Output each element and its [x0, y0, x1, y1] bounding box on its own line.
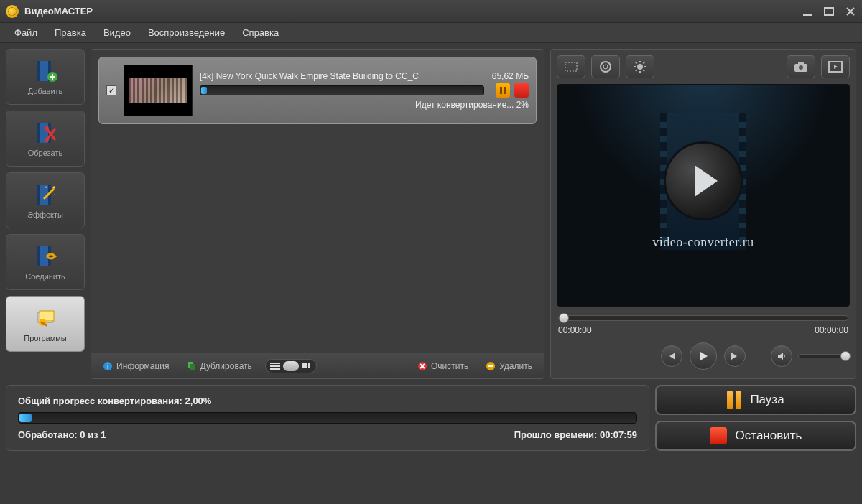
volume-slider[interactable]: [798, 354, 848, 358]
pause-label: Пауза: [750, 393, 784, 407]
aperture-button[interactable]: [591, 55, 620, 78]
camera-icon: [794, 61, 808, 73]
duplicate-button[interactable]: Дублировать: [182, 358, 256, 374]
item-checkbox[interactable]: ✓: [106, 85, 116, 95]
svg-rect-30: [302, 365, 305, 368]
time-current: 00:00:00: [558, 325, 592, 335]
item-stop-button[interactable]: [514, 83, 529, 98]
sidebar-effects-label: Эффекты: [27, 210, 63, 219]
preview-toolbar: [557, 55, 850, 78]
svg-rect-16: [48, 246, 51, 266]
processed-label: Обработано:: [18, 429, 80, 440]
menu-edit[interactable]: Правка: [46, 24, 95, 41]
item-filesize: 65,62 МБ: [492, 71, 529, 81]
play-disc-icon: [664, 141, 743, 220]
svg-rect-15: [37, 246, 40, 266]
overall-progress-bar: [18, 412, 637, 424]
sidebar-programs-label: Программы: [24, 334, 66, 342]
sidebar-effects-button[interactable]: Эффекты: [6, 172, 85, 228]
elapsed-label: Прошло времени:: [514, 429, 600, 440]
svg-rect-28: [305, 363, 307, 365]
view-mode-toggle[interactable]: [265, 359, 317, 373]
window-controls: [802, 6, 856, 17]
svg-rect-1: [825, 8, 833, 15]
sidebar-join-button[interactable]: Соединить: [6, 234, 85, 290]
player-controls: [557, 340, 850, 373]
svg-rect-29: [308, 363, 310, 365]
clear-button[interactable]: Очистить: [413, 358, 473, 374]
overall-progress-panel: Общий прогресс конвертирования: 2,00% Об…: [6, 385, 649, 451]
svg-point-39: [637, 64, 643, 70]
svg-rect-3: [37, 61, 40, 81]
clear-icon: [417, 361, 427, 371]
svg-point-42: [799, 65, 803, 70]
svg-text:i: i: [107, 363, 108, 370]
svg-rect-31: [305, 365, 307, 368]
brightness-icon: [634, 60, 646, 73]
fullscreen-preview-button[interactable]: [821, 55, 850, 78]
item-progress-bar: [200, 85, 484, 95]
volume-handle[interactable]: [840, 351, 851, 361]
prev-button[interactable]: [661, 345, 682, 367]
seek-handle[interactable]: [559, 313, 569, 323]
menu-playback[interactable]: Воспроизведение: [139, 24, 233, 41]
snapshot-button[interactable]: [787, 55, 815, 78]
overall-progress-label: Общий прогресс конвертирования:: [18, 396, 185, 406]
svg-rect-26: [190, 364, 195, 370]
menu-help[interactable]: Справка: [233, 24, 287, 41]
svg-rect-7: [37, 123, 40, 143]
preview-panel: video-converter.ru 00:00:00 00:00:00: [550, 49, 856, 379]
pause-button[interactable]: Пауза: [655, 385, 856, 415]
volume-button[interactable]: [771, 345, 792, 367]
item-thumbnail[interactable]: [124, 65, 193, 116]
sidebar: Добавить Обрезать Эффекты Соединить Прог…: [6, 49, 85, 379]
delete-label: Удалить: [499, 361, 532, 371]
aperture-icon: [599, 60, 612, 73]
play-button[interactable]: [690, 342, 717, 370]
sidebar-trim-button[interactable]: Обрезать: [6, 111, 85, 167]
center-panel: ✓ [4k] New York Quick Walk Empire State …: [91, 49, 544, 379]
pause-icon: [727, 391, 741, 409]
titlebar: ВидеоМАСТЕР: [0, 0, 862, 23]
menu-file[interactable]: Файл: [6, 24, 46, 41]
elapsed-value: 00:07:59: [600, 429, 637, 440]
svg-rect-22: [504, 87, 506, 94]
seek-bar[interactable]: [558, 315, 848, 321]
info-label: Информация: [116, 361, 169, 371]
menu-video[interactable]: Видео: [95, 24, 139, 41]
trim-icon: [32, 120, 58, 146]
minimize-button[interactable]: [802, 6, 813, 17]
delete-button[interactable]: Удалить: [481, 358, 537, 374]
svg-point-38: [603, 65, 608, 69]
grid-view-icon: [300, 361, 313, 371]
sidebar-add-button[interactable]: Добавить: [6, 49, 85, 105]
svg-rect-36: [565, 62, 577, 71]
clear-label: Очистить: [431, 361, 468, 371]
stop-button[interactable]: Остановить: [655, 421, 856, 451]
crop-frame-button[interactable]: [557, 55, 585, 78]
svg-rect-0: [803, 14, 812, 16]
duplicate-label: Дублировать: [200, 361, 251, 371]
close-button[interactable]: [845, 6, 856, 17]
next-button[interactable]: [724, 345, 746, 367]
app-title: ВидеоМАСТЕР: [24, 6, 802, 17]
add-video-icon: [32, 58, 58, 84]
join-icon: [32, 243, 58, 269]
preview-watermark: video-converter.ru: [652, 235, 754, 250]
brightness-button[interactable]: [626, 55, 654, 78]
list-view-icon: [269, 361, 282, 371]
svg-rect-27: [302, 363, 305, 365]
svg-point-37: [601, 62, 611, 72]
delete-icon: [486, 361, 496, 371]
sidebar-join-label: Соединить: [25, 272, 65, 281]
maximize-button[interactable]: [823, 6, 835, 17]
fullscreen-icon: [828, 61, 843, 73]
info-button[interactable]: i Информация: [98, 358, 173, 374]
overall-progress-percent: 2,00%: [185, 396, 212, 406]
item-pause-button[interactable]: [496, 83, 510, 98]
preview-screen[interactable]: video-converter.ru: [557, 84, 850, 307]
svg-rect-32: [308, 365, 310, 368]
svg-rect-41: [798, 62, 804, 65]
svg-rect-35: [488, 365, 493, 367]
sidebar-programs-button[interactable]: Программы: [6, 296, 85, 352]
